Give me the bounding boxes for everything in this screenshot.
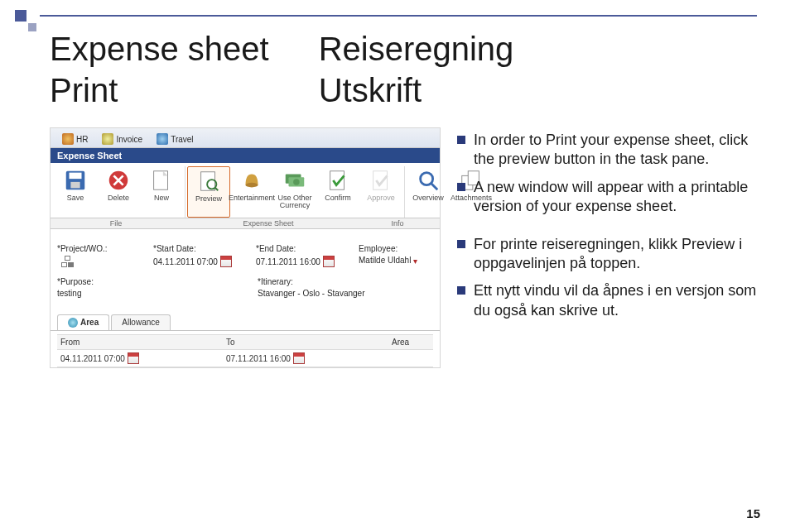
calendar-icon[interactable] [323,256,335,267]
ribbon-tabs: HR Invoice Travel [51,128,440,148]
invoice-icon [102,133,113,145]
project-label: *Project/WO.: [57,244,147,253]
svg-rect-1 [70,173,82,180]
save-icon [63,168,88,193]
tab-area[interactable]: Area [57,314,109,330]
approve-icon [369,168,393,193]
hr-icon [62,133,74,145]
travel-icon [157,133,168,145]
ribbon-tab-invoice[interactable]: Invoice [95,131,149,147]
chevron-down-icon[interactable]: ▾ [413,256,422,265]
from-header: From [57,334,223,350]
svg-rect-12 [373,171,388,190]
calendar-icon[interactable] [293,352,305,364]
svg-rect-11 [330,171,344,190]
new-button[interactable]: New [140,166,183,218]
title-norwegian: Reiseregning Utskrift [319,28,514,111]
form-row-2: *Purpose: testing *Itinerary: Stavanger … [51,269,440,300]
tab-allowance[interactable]: Allowance [111,314,171,330]
start-date-label: *Start Date: [153,244,249,253]
to-header: To [223,334,388,350]
purpose-value[interactable]: testing [57,289,251,298]
itinerary-value[interactable]: Stavanger - Oslo - Stavanger [258,289,433,298]
svg-point-10 [293,179,300,185]
use-other-currency-button[interactable]: Use Other Currency [273,166,316,218]
delete-icon [106,168,131,193]
bullet-no-2: Ett nytt vindu vil da åpnes i en versjon… [455,281,762,320]
title-no-1: Reiseregning [319,28,514,69]
ribbon-tab-travel[interactable]: Travel [150,131,200,147]
title-no-2: Utskrift [319,69,514,111]
currency-icon [282,168,307,193]
end-date-value[interactable]: 07.11.2011 16:00 [256,257,320,266]
confirm-icon [325,168,350,193]
group-info: Info [355,218,440,228]
end-date-label: *End Date: [256,244,352,253]
toolbar-group-labels: File Expense Sheet Info [51,218,440,229]
subtabs: Area Allowance [51,300,440,331]
svg-rect-2 [70,182,80,189]
globe-icon [68,318,78,328]
bullet-en-2: A new window will appear with a printabl… [455,178,762,217]
form-row-1: *Project/WO.: *Start Date: 04.11.2011 07… [51,229,440,269]
bullet-no-1: For printe reiseregningen, klikk Preview… [455,235,762,274]
title-row: Expense sheet Print Reiseregning Utskrif… [50,23,762,111]
section-header: Expense Sheet [51,148,440,163]
preview-icon [196,169,221,194]
title-en-1: Expense sheet [50,28,269,69]
preview-button[interactable]: Preview [187,166,230,218]
group-expense: Expense Sheet [181,218,355,228]
area-grid: From 04.11.2011 07:00 To 07.11.2011 16:0… [51,331,440,367]
calendar-icon[interactable] [220,256,232,267]
bullet-en-1: In order to Print your expense sheet, cl… [455,131,762,170]
tree-icon[interactable] [60,256,76,267]
title-english: Expense sheet Print [50,28,269,111]
group-file: File [51,218,181,228]
start-date-value[interactable]: 04.11.2011 07:00 [153,257,218,266]
entertainment-icon [239,168,264,193]
bullets-norwegian: For printe reiseregningen, klikk Preview… [455,235,762,321]
employee-label: Employee: [359,244,433,253]
page-number: 15 [746,506,760,520]
save-button[interactable]: Save [54,166,97,218]
svg-point-13 [421,173,433,185]
calendar-icon[interactable] [128,352,139,364]
entertainment-button[interactable]: Entertainment [230,166,273,218]
overview-icon [416,168,441,193]
overview-button[interactable]: Overview [407,166,450,218]
itinerary-label: *Itinerary: [258,277,433,286]
confirm-button[interactable]: Confirm [316,166,359,218]
bullets-english: In order to Print your expense sheet, cl… [455,131,762,217]
purpose-label: *Purpose: [57,277,251,286]
app-screenshot: HR Invoice Travel Expense Sheet Save De [50,127,441,368]
ribbon-tab-hr[interactable]: HR [55,131,94,147]
instructions: In order to Print your expense sheet, cl… [455,127,762,368]
to-value[interactable]: 07.11.2011 16:00 [226,354,291,363]
approve-button: Approve [359,166,402,218]
area-header: Area [388,334,433,350]
toolbar: Save Delete New Preview Entert [51,163,440,218]
from-value[interactable]: 04.11.2011 07:00 [60,354,125,363]
employee-value[interactable]: Matilde Uldahl [359,256,411,265]
delete-button[interactable]: Delete [97,166,140,218]
title-en-2: Print [50,69,269,111]
new-icon [149,168,174,193]
svg-point-7 [246,183,258,188]
